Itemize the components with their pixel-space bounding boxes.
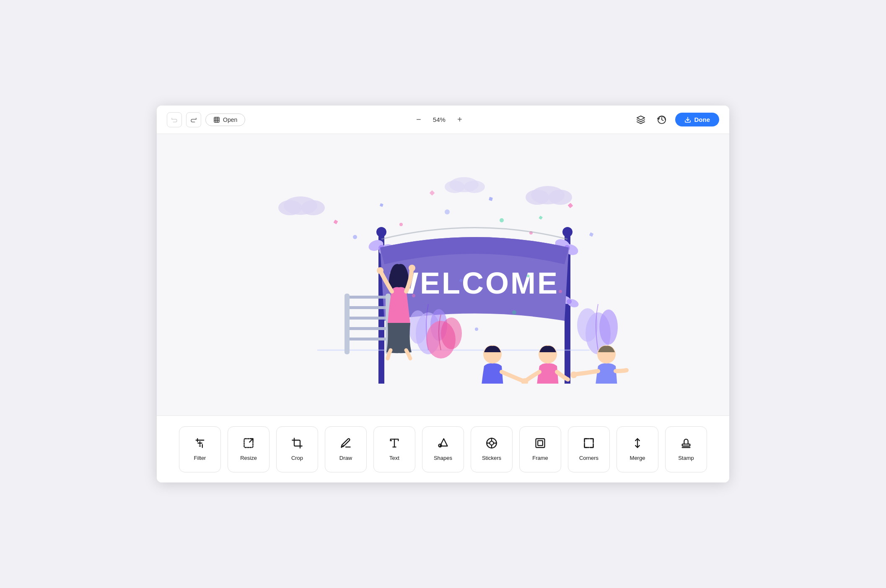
svg-point-43: [409, 310, 427, 344]
svg-point-72: [412, 294, 415, 297]
illustration: WELCOME: [254, 166, 632, 384]
svg-point-75: [559, 290, 562, 293]
svg-rect-50: [347, 296, 391, 299]
svg-point-9: [549, 190, 572, 205]
open-icon: [213, 116, 220, 123]
filter-label: Filter: [194, 455, 206, 461]
welcome-illustration: WELCOME: [254, 166, 632, 384]
merge-label: Merge: [630, 455, 645, 461]
text-icon: [389, 437, 400, 451]
svg-rect-53: [347, 327, 391, 330]
tool-corners[interactable]: Corners: [568, 426, 610, 472]
stickers-label: Stickers: [482, 455, 501, 461]
filter-icon: [194, 437, 206, 451]
svg-point-46: [441, 317, 462, 349]
zoom-minus-icon: −: [416, 115, 421, 124]
corners-label: Corners: [579, 455, 598, 461]
svg-text:WELCOME: WELCOME: [390, 266, 559, 300]
svg-line-85: [249, 439, 253, 442]
svg-rect-52: [347, 317, 391, 320]
zoom-plus-icon: +: [457, 115, 462, 124]
history-button[interactable]: [654, 112, 669, 127]
crop-label: Crop: [291, 455, 303, 461]
tool-merge[interactable]: Merge: [617, 426, 658, 472]
svg-rect-13: [334, 220, 338, 224]
corners-icon: [583, 437, 595, 451]
stickers-icon: [486, 437, 497, 451]
tool-stickers[interactable]: Stickers: [471, 426, 513, 472]
zoom-level: 54%: [430, 116, 448, 123]
resize-icon: [243, 437, 254, 451]
draw-icon: [340, 437, 352, 451]
zoom-out-button[interactable]: −: [413, 114, 425, 126]
toolbar: Filter Resize Crop: [157, 415, 729, 482]
tool-filter[interactable]: Filter: [179, 426, 221, 472]
stamp-icon: [680, 437, 692, 451]
tool-shapes[interactable]: Shapes: [422, 426, 464, 472]
done-button[interactable]: Done: [675, 113, 720, 126]
svg-point-21: [445, 209, 450, 214]
zoom-controls: − 54% +: [413, 114, 466, 126]
svg-rect-55: [345, 294, 350, 354]
svg-point-30: [562, 227, 573, 237]
svg-rect-18: [568, 203, 573, 208]
svg-rect-14: [380, 203, 383, 207]
stamp-label: Stamp: [678, 455, 694, 461]
svg-rect-24: [589, 232, 594, 237]
history-icon: [657, 115, 666, 124]
svg-point-11: [445, 181, 465, 193]
shapes-icon: [437, 437, 449, 451]
svg-rect-54: [347, 338, 391, 340]
svg-point-28: [376, 227, 386, 237]
svg-marker-1: [637, 116, 644, 119]
svg-rect-51: [347, 306, 391, 309]
download-icon: [684, 116, 691, 123]
done-label: Done: [694, 116, 710, 123]
tool-resize[interactable]: Resize: [228, 426, 269, 472]
crop-icon: [291, 437, 303, 451]
layers-button[interactable]: [633, 112, 648, 127]
svg-point-74: [512, 310, 516, 315]
app-window: Open − 54% +: [157, 106, 729, 482]
svg-point-69: [570, 371, 577, 378]
svg-point-48: [599, 309, 618, 345]
frame-icon: [534, 437, 546, 451]
svg-point-92: [490, 441, 493, 445]
svg-point-6: [301, 200, 325, 215]
svg-point-58: [377, 267, 383, 274]
tool-crop[interactable]: Crop: [276, 426, 318, 472]
redo-button[interactable]: [186, 112, 201, 127]
tool-stamp[interactable]: Stamp: [665, 426, 707, 472]
shapes-label: Shapes: [434, 455, 452, 461]
svg-rect-99: [585, 439, 593, 448]
svg-rect-98: [538, 441, 543, 446]
header: Open − 54% +: [157, 106, 729, 134]
svg-point-8: [526, 190, 549, 205]
svg-rect-101: [682, 444, 690, 446]
merge-icon: [632, 437, 643, 451]
tool-draw[interactable]: Draw: [325, 426, 367, 472]
svg-rect-15: [430, 190, 435, 196]
svg-point-59: [409, 265, 415, 271]
svg-point-20: [399, 223, 403, 226]
svg-point-19: [353, 235, 357, 239]
svg-rect-97: [536, 439, 545, 448]
svg-rect-16: [489, 197, 493, 201]
undo-button[interactable]: [167, 112, 182, 127]
svg-point-5: [278, 200, 302, 215]
tool-frame[interactable]: Frame: [519, 426, 561, 472]
frame-label: Frame: [532, 455, 548, 461]
svg-point-22: [500, 218, 504, 222]
svg-point-49: [577, 308, 598, 342]
open-button[interactable]: Open: [205, 113, 245, 126]
svg-point-12: [464, 181, 485, 193]
layers-icon: [636, 115, 645, 124]
svg-rect-17: [539, 216, 543, 220]
resize-label: Resize: [240, 455, 257, 461]
zoom-in-button[interactable]: +: [454, 114, 466, 126]
svg-point-39: [567, 299, 572, 304]
svg-rect-0: [214, 117, 219, 122]
draw-label: Draw: [339, 455, 352, 461]
tool-text[interactable]: Text: [373, 426, 415, 472]
header-right: Done: [633, 112, 720, 127]
